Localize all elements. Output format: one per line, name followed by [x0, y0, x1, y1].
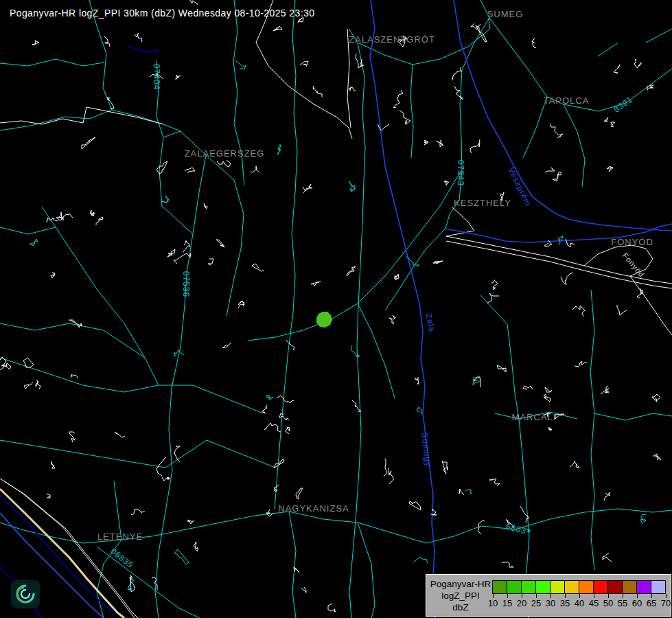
- legend-swatches: [493, 580, 666, 594]
- legend-swatch: [651, 580, 666, 594]
- radar-map-canvas: [0, 0, 672, 618]
- major-roads-layer: [0, 0, 672, 618]
- radar-echo-layer: [316, 312, 332, 328]
- met-service-logo-icon: [11, 580, 40, 608]
- legend-tick-label: 25: [531, 598, 541, 608]
- legend-swatch: [550, 580, 565, 594]
- legend-swatch: [521, 580, 536, 594]
- legend-tick-label: 45: [589, 598, 599, 608]
- legend-tick-label: 70: [661, 598, 671, 608]
- legend-swatch: [622, 580, 637, 594]
- legend-swatch: [492, 580, 507, 594]
- legend-swatch: [564, 580, 579, 594]
- legend-tick-label: 60: [632, 598, 642, 608]
- minor-roads-layer: [0, 0, 672, 618]
- legend-product-text: Poganyvar-HR logZ_PPI dbZ: [429, 578, 492, 613]
- legend-swatch: [535, 580, 551, 594]
- legend-swatch: [636, 580, 651, 594]
- legend-line-unit: dbZ: [429, 602, 492, 613]
- dbz-legend: Poganyvar-HR logZ_PPI dbZ 10152025303540…: [426, 574, 671, 617]
- legend-swatch: [579, 580, 594, 594]
- rivers-borders-layer: [0, 0, 672, 618]
- legend-tick-label: 35: [560, 598, 570, 608]
- legend-line-radar: Poganyvar-HR: [429, 578, 492, 590]
- legend-swatch: [607, 580, 623, 594]
- legend-tick-label: 65: [647, 598, 656, 608]
- legend-tick-label: 50: [603, 598, 613, 608]
- legend-line-product: logZ_PPI: [429, 590, 492, 602]
- legend-swatch: [507, 580, 522, 594]
- legend-tick-label: 55: [618, 598, 627, 608]
- legend-tick-label: 15: [502, 598, 512, 608]
- legend-tick-label: 30: [546, 598, 555, 608]
- radar-echo-blob: [316, 312, 332, 328]
- radar-viewport: Poganyvar-HR logZ_PPI 30km (dbZ) Wednesd…: [0, 0, 672, 618]
- legend-tick-label: 20: [517, 598, 526, 608]
- legend-tick-label: 40: [575, 598, 584, 608]
- legend-swatch: [593, 580, 608, 594]
- legend-tick-label: 10: [488, 598, 498, 608]
